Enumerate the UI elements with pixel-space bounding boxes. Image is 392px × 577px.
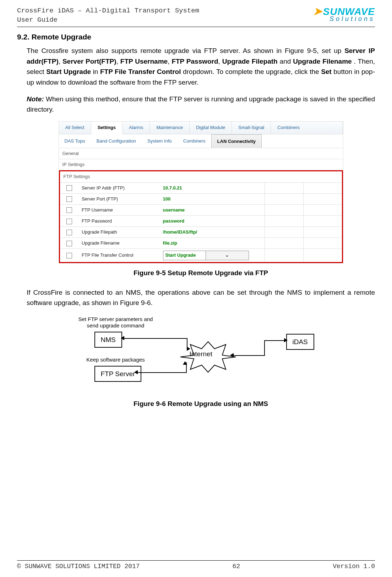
page-header: CrossFire iDAS – All-Digital Transport S… xyxy=(17,6,375,25)
value-upgrade-filename[interactable]: file.zip xyxy=(160,238,265,249)
header-rule xyxy=(17,27,375,27)
tab-settings[interactable]: Settings xyxy=(91,122,123,134)
box-idas: iDAS xyxy=(286,334,314,350)
figure-9-5-caption: Figure 9-5 Setup Remote Upgrade via FTP xyxy=(27,268,375,278)
arrowhead-icon xyxy=(121,336,124,340)
section-ip-settings[interactable]: IP Settings xyxy=(59,159,343,170)
connector xyxy=(124,338,187,339)
sub-tabs: DAS Topo Band Configuration System Info … xyxy=(59,134,343,148)
footer-rule xyxy=(17,560,375,561)
paragraph-remote-upgrade: The Crossfire system also supports remot… xyxy=(27,46,375,87)
note-paragraph: Note: When using this method, ensure tha… xyxy=(27,94,375,115)
row-upgrade-filename: Upgrade Filename file.zip xyxy=(60,238,342,249)
label-ftp-top: Keep software packages xyxy=(80,357,151,363)
subtab-system-info[interactable]: System Info xyxy=(142,134,178,148)
arrowhead-icon xyxy=(230,353,234,357)
checkbox-icon[interactable] xyxy=(66,241,72,246)
label-nms-top: Set FTP server parameters and send upgra… xyxy=(70,316,162,329)
logo-swoosh-icon: ➤ xyxy=(313,5,322,17)
doc-title: CrossFire iDAS – All-Digital Transport S… xyxy=(17,6,199,25)
section-general[interactable]: General xyxy=(59,148,343,159)
section-heading: 9.2. Remote Upgrade xyxy=(17,33,375,41)
connector xyxy=(137,372,187,373)
value-server-ip[interactable]: 10.7.0.21 xyxy=(160,182,265,193)
screenshot-ftp-settings: All Select Settings Alarms Maintenance D… xyxy=(59,121,343,263)
label-upgrade-filename: Upgrade Filename xyxy=(79,238,160,249)
ftp-settings-block: FTP Settings Server IP Addr (FTP) 10.7.0… xyxy=(59,170,343,263)
dropdown-value: Start Upgrade xyxy=(163,251,206,260)
arrowhead-icon xyxy=(183,361,187,365)
chevron-down-icon: ⌄ xyxy=(206,251,249,260)
tab-combiners[interactable]: Combiners xyxy=(271,122,343,134)
section-ftp-settings[interactable]: FTP Settings xyxy=(60,171,342,182)
checkbox-icon[interactable] xyxy=(66,196,72,202)
value-ftp-password[interactable]: password xyxy=(160,216,265,227)
label-ftp-username: FTP Username xyxy=(79,204,160,215)
label-server-ip: Server IP Addr (FTP) xyxy=(79,182,160,193)
connector xyxy=(233,355,265,356)
row-server-port: Server Port (FTP) 100 xyxy=(60,193,342,204)
note-label: Note: xyxy=(27,95,44,103)
figure-9-6-caption: Figure 9-6 Remote Upgrade using an NMS xyxy=(27,399,375,409)
top-tabs: All Select Settings Alarms Maintenance D… xyxy=(59,122,343,134)
connector xyxy=(264,340,286,341)
label-server-port: Server Port (FTP) xyxy=(79,193,160,204)
subtab-combiners[interactable]: Combiners xyxy=(178,134,211,148)
tab-maintenance[interactable]: Maintenance xyxy=(150,122,189,134)
ftp-settings-table: Server IP Addr (FTP) 10.7.0.21 Server Po… xyxy=(60,182,342,262)
checkbox-icon[interactable] xyxy=(66,185,72,191)
value-server-port[interactable]: 100 xyxy=(160,193,265,204)
checkbox-icon[interactable] xyxy=(66,219,72,224)
doc-title-line1: CrossFire iDAS – All-Digital Transport S… xyxy=(17,6,199,16)
connector xyxy=(264,340,265,356)
checkbox-icon[interactable] xyxy=(66,207,72,213)
checkbox-icon[interactable] xyxy=(66,253,72,258)
subtab-lan-connectivity[interactable]: LAN Connectivity xyxy=(211,134,262,148)
arrowhead-icon xyxy=(134,370,138,374)
paragraph-nms: If CrossFire is connected to an NMS, the… xyxy=(27,287,375,308)
value-ftp-username[interactable]: username xyxy=(160,204,265,215)
subtab-das-topo[interactable]: DAS Topo xyxy=(59,134,91,148)
cloud-internet-label: Internet xyxy=(190,350,212,358)
row-ftp-transfer-control: FTP File Transfer Control Start Upgrade … xyxy=(60,249,342,262)
footer-page-number: 62 xyxy=(233,563,240,570)
box-nms: NMS xyxy=(94,332,122,348)
row-ftp-username: FTP Username username xyxy=(60,204,342,215)
row-ftp-password: FTP Password password xyxy=(60,216,342,227)
tab-all-select[interactable]: All Select xyxy=(59,122,91,134)
row-upgrade-filepath: Upgrade Filepath /home/iDAS/ftp/ xyxy=(60,227,342,238)
dropdown-ftp-transfer-control[interactable]: Start Upgrade ⌄ xyxy=(163,251,249,260)
doc-title-line2: User Guide xyxy=(17,16,199,25)
diagram-remote-upgrade-nms: Set FTP server parameters and send upgra… xyxy=(66,316,336,394)
tab-alarms[interactable]: Alarms xyxy=(123,122,150,134)
label-ftp-transfer-control: FTP File Transfer Control xyxy=(79,249,160,262)
subtab-band-config[interactable]: Band Configuration xyxy=(91,134,142,148)
label-upgrade-filepath: Upgrade Filepath xyxy=(79,227,160,238)
tab-digital-module[interactable]: Digital Module xyxy=(190,122,232,134)
logo: ➤SUNWAVE Solutions xyxy=(304,6,375,23)
arrowhead-icon xyxy=(284,338,288,342)
checkbox-icon[interactable] xyxy=(66,230,72,235)
label-ftp-password: FTP Password xyxy=(79,216,160,227)
note-text: When using this method, ensure that the … xyxy=(27,95,375,113)
footer-version: Version 1.0 xyxy=(333,563,375,570)
value-upgrade-filepath[interactable]: /home/iDAS/ftp/ xyxy=(160,227,265,238)
tab-small-signal[interactable]: Small-Signal xyxy=(232,122,271,134)
page-footer: © SUNWAVE SOLUTIONS LIMITED 2017 62 Vers… xyxy=(17,560,375,570)
arrowhead-icon xyxy=(187,347,190,351)
row-server-ip: Server IP Addr (FTP) 10.7.0.21 xyxy=(60,182,342,193)
footer-copyright: © SUNWAVE SOLUTIONS LIMITED 2017 xyxy=(17,563,140,570)
